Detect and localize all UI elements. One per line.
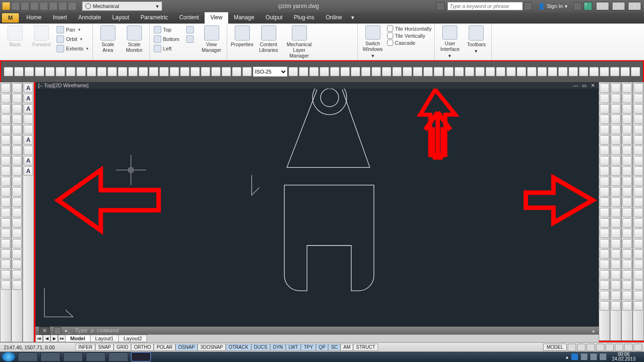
dim-tool-icon[interactable]: [25, 67, 34, 76]
tool-icon[interactable]: [634, 187, 643, 197]
tool-icon[interactable]: [622, 239, 632, 248]
tool-icon[interactable]: A: [24, 135, 33, 145]
minimize-button[interactable]: —: [596, 2, 609, 10]
dim-tool-icon[interactable]: [87, 67, 96, 76]
tool-icon[interactable]: [1, 270, 10, 280]
tool-icon[interactable]: [634, 146, 643, 155]
tab-view[interactable]: View: [205, 12, 228, 24]
tool-icon[interactable]: [634, 301, 643, 311]
tool-icon[interactable]: [634, 229, 643, 238]
tool-icon[interactable]: [634, 94, 643, 103]
tool-icon[interactable]: [600, 229, 609, 238]
view-tool-icon[interactable]: [465, 67, 474, 76]
open-icon[interactable]: [21, 2, 29, 10]
tool-icon[interactable]: [12, 270, 22, 280]
drawing-area[interactable]: [– Top][2D Wireframe] — ▭ ✕: [34, 82, 599, 342]
view-tool-icon[interactable]: [444, 67, 454, 76]
command-input[interactable]: Type a command: [74, 328, 118, 334]
status-toggle-ortho[interactable]: ORTHO: [131, 344, 154, 351]
forward-button[interactable]: Forward: [29, 25, 54, 58]
tool-icon[interactable]: [634, 156, 643, 165]
tool-icon[interactable]: [634, 125, 643, 134]
view-manager-button[interactable]: View Manager: [199, 25, 224, 58]
tool-icon[interactable]: [634, 270, 643, 280]
view-tool-icon[interactable]: [506, 67, 516, 76]
dim-tool-icon[interactable]: [211, 67, 221, 76]
dim-tool-icon[interactable]: [45, 67, 55, 76]
undo-icon[interactable]: [58, 2, 67, 10]
tab-plug-ins[interactable]: Plug-ins: [288, 12, 320, 24]
dim-tool-icon[interactable]: [128, 67, 138, 76]
tool-icon[interactable]: [600, 187, 609, 197]
tool-icon[interactable]: [634, 249, 643, 259]
tool-icon[interactable]: [12, 187, 22, 197]
tool-icon[interactable]: [634, 197, 643, 207]
view-tool-icon[interactable]: [392, 67, 402, 76]
tool-icon[interactable]: [622, 229, 632, 238]
tool-icon[interactable]: [1, 135, 10, 145]
ribbon-expand-icon[interactable]: ▾: [347, 12, 358, 24]
status-toggle-tpy[interactable]: TPY: [301, 344, 315, 351]
tray-expand-icon[interactable]: ▴: [566, 354, 569, 360]
view-tool-icon[interactable]: [610, 67, 619, 76]
dim-tool-icon[interactable]: [159, 67, 169, 76]
tool-icon[interactable]: [622, 301, 632, 311]
tool-icon[interactable]: [622, 166, 632, 176]
tool-icon[interactable]: [12, 104, 22, 114]
tool-icon[interactable]: [622, 177, 632, 186]
tool-icon[interactable]: [600, 104, 609, 114]
tool-icon[interactable]: [622, 94, 632, 103]
tool-icon[interactable]: [12, 115, 22, 124]
view-tool-icon[interactable]: [299, 67, 308, 76]
tool-icon[interactable]: [1, 239, 10, 248]
tab-last-icon[interactable]: ⏭: [58, 335, 66, 342]
help-icon[interactable]: ?: [584, 2, 592, 10]
properties-button[interactable]: Properties: [230, 25, 255, 58]
tile-vertically-check[interactable]: Tile Vertically: [387, 33, 432, 39]
taskbar-app-icon[interactable]: [86, 352, 106, 362]
taskbar-app-icon[interactable]: [18, 352, 38, 362]
cascade-check[interactable]: Cascade: [387, 40, 432, 46]
tool-icon[interactable]: [611, 115, 620, 124]
view-tool-icon[interactable]: [361, 67, 371, 76]
tool-icon[interactable]: [600, 115, 609, 124]
tool-icon[interactable]: [1, 280, 10, 290]
cmdline-close-icon[interactable]: ✕: [39, 327, 50, 335]
view-tool-icon[interactable]: [434, 67, 443, 76]
tool-icon[interactable]: [1, 218, 10, 228]
close-button[interactable]: ✕: [628, 2, 641, 10]
signin-button[interactable]: Sign In ▾: [533, 3, 572, 9]
help-search-input[interactable]: [447, 2, 523, 10]
tool-icon[interactable]: [600, 260, 609, 269]
viewport-minimize-icon[interactable]: —: [572, 82, 579, 89]
palette-icon[interactable]: [318, 25, 326, 34]
tool-icon[interactable]: [600, 83, 609, 93]
view-tool-icon[interactable]: [413, 67, 422, 76]
tool-icon[interactable]: [600, 249, 609, 259]
tool-icon[interactable]: [1, 177, 10, 186]
tool-icon[interactable]: [600, 301, 609, 311]
tool-icon[interactable]: [600, 270, 609, 280]
status-toggle-3dosnap[interactable]: 3DOSNAP: [198, 344, 226, 351]
status-toggle-grid[interactable]: GRID: [114, 344, 131, 351]
status-toggle-osnap[interactable]: OSNAP: [175, 344, 198, 351]
view-tool-icon[interactable]: [569, 67, 578, 76]
tool-icon[interactable]: [622, 125, 632, 134]
tool-icon[interactable]: [1, 146, 10, 155]
tool-icon[interactable]: [1, 83, 10, 93]
status-toggle-am[interactable]: AM: [340, 344, 353, 351]
tool-icon[interactable]: [611, 218, 620, 228]
view-tool-icon[interactable]: [486, 67, 495, 76]
model-badge[interactable]: MODEL: [543, 344, 567, 351]
tool-icon[interactable]: A: [24, 94, 33, 103]
status-toggle-qp[interactable]: QP: [316, 344, 328, 351]
view-tool-icon[interactable]: [475, 67, 485, 76]
saveas-icon[interactable]: [40, 2, 48, 10]
extents-button[interactable]: Extents: [56, 44, 90, 53]
tool-icon[interactable]: [24, 146, 33, 155]
tab-first-icon[interactable]: ⏮: [35, 335, 43, 342]
palette-icon[interactable]: [318, 35, 326, 43]
tab-layout[interactable]: Layout: [107, 12, 135, 24]
system-clock[interactable]: 00:0624.02.2013: [609, 352, 638, 362]
tab-next-icon[interactable]: ▶: [50, 335, 58, 342]
